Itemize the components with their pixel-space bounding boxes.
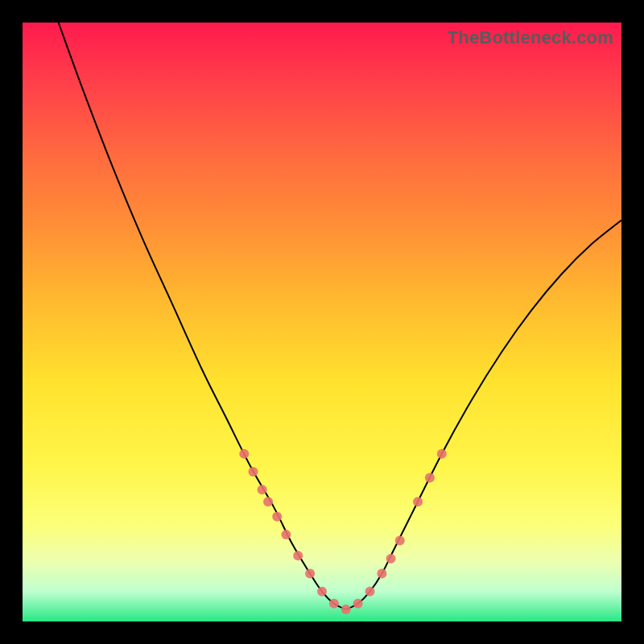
scatter-dot [413, 497, 423, 506]
scatter-dot [437, 449, 447, 459]
scatter-dot [293, 551, 303, 560]
scatter-dot [317, 587, 327, 597]
scatter-dot [272, 512, 282, 522]
scatter-dot [258, 485, 267, 494]
scatter-dot [365, 587, 375, 597]
scatter-dot [329, 599, 339, 609]
scatter-dot [239, 449, 249, 459]
scatter-dot [263, 497, 273, 506]
scatter-dot [386, 554, 396, 564]
left-curve [59, 23, 346, 609]
right-curve [346, 221, 621, 610]
scatter-dot [248, 467, 258, 477]
scatter-dot [281, 530, 291, 539]
scatter-dot [395, 536, 405, 546]
scatter-dot [425, 473, 435, 482]
scatter-dot [353, 599, 363, 609]
outer-frame: TheBottleneck.com [0, 0, 644, 644]
scatter-dot [305, 568, 315, 578]
scatter-dot [377, 568, 386, 578]
scatter-dots [239, 449, 447, 614]
plot-area: TheBottleneck.com [23, 23, 621, 621]
scatter-dot [341, 605, 351, 614]
chart-svg [23, 23, 621, 621]
